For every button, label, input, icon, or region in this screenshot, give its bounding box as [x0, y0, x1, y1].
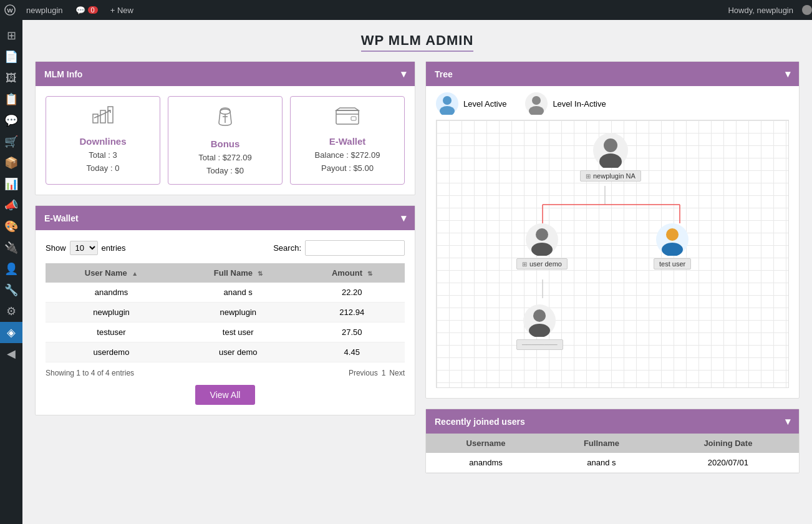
ewallet-icon [335, 105, 360, 130]
grid-icon: ⊞ [586, 173, 591, 180]
svg-rect-3 [100, 110, 105, 123]
bonus-title: Bonus [211, 138, 240, 149]
sidebar-item-marketing[interactable]: 📣 [0, 195, 22, 216]
sidebar-item-comments[interactable]: 💬 [0, 110, 22, 131]
mlm-info-title: MLM Info [44, 69, 82, 79]
tree-panel: Tree ▾ Level Active [425, 61, 800, 399]
ewallet-balance: Balance : $272.09 [315, 150, 380, 160]
sidebar-item-dashboard[interactable]: ⊞ [0, 25, 22, 46]
admin-bar: W newplugin 💬 0 + New Howdy, newplugin [0, 0, 812, 20]
table-controls-bottom: Showing 1 to 4 of 4 entries Previous 1 N… [46, 369, 405, 377]
sidebar-item-posts[interactable]: 📄 [0, 46, 22, 67]
recently-joined-title: Recently joined users [435, 417, 525, 427]
ewallet-chevron[interactable]: ▾ [401, 212, 406, 224]
sidebar-item-tools[interactable]: 🔧 [0, 279, 22, 301]
sidebar-item-appearance[interactable]: 🎨 [0, 216, 22, 237]
sidebar-item-woo[interactable]: 🛒 [0, 131, 22, 152]
user-avatar [802, 5, 812, 15]
tree-canvas: ⊞ newplugin NA ⊞ user demo [436, 120, 789, 388]
cell-username: anandms [46, 283, 177, 303]
search-input[interactable] [305, 240, 405, 256]
bonus-card[interactable]: Bonus Total : $272.09 Today : $0 [168, 96, 283, 185]
admin-sidebar: ⊞ 📄 🖼 📋 💬 🛒 📦 📊 📣 🎨 🔌 👤 🔧 ⚙ ◈ ◀ [0, 20, 22, 524]
recently-joined-chevron[interactable]: ▾ [785, 415, 790, 427]
left-column: MLM Info ▾ [35, 61, 415, 483]
entries-label: entries [102, 243, 126, 253]
mlm-info-body: Downlines Total : 3 Today : 0 [36, 86, 415, 195]
search-area: Search: [273, 240, 405, 256]
svg-rect-2 [93, 114, 98, 123]
next-page[interactable]: Next [389, 369, 405, 377]
cell-username: anandms [426, 453, 546, 473]
legend-inactive-label: Level In-Active [553, 99, 606, 109]
table-row: userdemo user demo 4.45 [46, 342, 405, 362]
tree-chevron[interactable]: ▾ [785, 68, 790, 80]
tree-header: Tree ▾ [426, 62, 799, 86]
cell-date: 2020/07/01 [657, 453, 799, 473]
svg-point-22 [604, 138, 617, 152]
site-name[interactable]: newplugin [20, 0, 69, 20]
showing-info: Showing 1 to 4 of 4 entries [46, 369, 134, 377]
page-number[interactable]: 1 [382, 369, 386, 377]
new-content-link[interactable]: + New [104, 0, 140, 20]
howdy-text[interactable]: Howdy, newplugin [722, 6, 800, 15]
sidebar-item-collapse[interactable]: ◀ [0, 343, 22, 364]
grid-icon-child1: ⊞ [522, 261, 527, 268]
tree-node-child2[interactable]: test user [654, 223, 691, 269]
rj-col-fullname: Fullname [546, 434, 657, 453]
tree-node-root[interactable]: ⊞ newplugin NA [580, 133, 641, 182]
mlm-info-panel: MLM Info ▾ [35, 61, 415, 195]
sort-username-icon: ▲ [132, 270, 138, 277]
col-amount[interactable]: Amount ⇅ [299, 263, 405, 283]
svg-point-14 [532, 96, 541, 105]
sidebar-item-users[interactable]: 👤 [0, 258, 22, 279]
cell-fullname: newplugin [177, 303, 299, 323]
col-fullname[interactable]: Full Name ⇅ [177, 263, 299, 283]
cell-amount: 22.20 [299, 283, 405, 303]
downlines-card[interactable]: Downlines Total : 3 Today : 0 [46, 96, 160, 185]
cell-fullname: test user [177, 323, 299, 342]
sidebar-item-mlm[interactable]: ◈ [0, 322, 22, 343]
recently-joined-panel: Recently joined users ▾ Username Fullnam… [425, 409, 800, 473]
search-label: Search: [273, 243, 301, 253]
svg-point-5 [220, 109, 230, 114]
comments-link[interactable]: 💬 0 [69, 0, 104, 20]
legend-active: Level Active [436, 92, 506, 115]
ewallet-title: E-Wallet [329, 136, 366, 147]
sidebar-item-analytics[interactable]: 📊 [0, 173, 22, 195]
mlm-info-header: MLM Info ▾ [36, 62, 415, 86]
sidebar-item-settings[interactable]: ⚙ [0, 301, 22, 322]
ewallet-payout: Payout : $5.00 [321, 163, 374, 173]
comment-icon: 💬 [75, 6, 85, 15]
ewallet-card[interactable]: E-Wallet Balance : $272.09 Payout : $5.0… [290, 96, 405, 185]
tree-node-child1[interactable]: ⊞ user demo [516, 223, 568, 269]
table-row: anandms anand s 22.20 [46, 283, 405, 303]
ewallet-body: Show 10 25 50 entries Search: [36, 230, 415, 415]
table-row: testuser test user 27.50 [46, 323, 405, 342]
bonus-total: Total : $272.09 [198, 153, 251, 162]
cell-username: newplugin [46, 303, 177, 323]
cell-username: testuser [46, 323, 177, 342]
mlm-info-chevron[interactable]: ▾ [401, 68, 406, 80]
sidebar-item-products[interactable]: 📦 [0, 152, 22, 173]
mlm-cards: Downlines Total : 3 Today : 0 [46, 96, 405, 185]
cell-amount: 212.94 [299, 303, 405, 323]
wp-logo[interactable]: W [0, 0, 20, 20]
legend-active-label: Level Active [463, 99, 506, 109]
show-entries-select[interactable]: 10 25 50 [70, 241, 98, 255]
svg-text:W: W [7, 7, 13, 14]
tree-legend: Level Active Level In-Active [436, 92, 789, 115]
sidebar-item-media[interactable]: 🖼 [0, 67, 22, 89]
table-row: newplugin newplugin 212.94 [46, 303, 405, 323]
table-controls-top: Show 10 25 50 entries Search: [46, 240, 405, 256]
cell-fullname: anand s [546, 453, 657, 473]
col-username[interactable]: User Name ▲ [46, 263, 177, 283]
view-all-button[interactable]: View All [195, 385, 256, 405]
sidebar-item-pages[interactable]: 📋 [0, 89, 22, 110]
table-row: anandms anand s 2020/07/01 [426, 453, 799, 473]
svg-rect-9 [351, 117, 356, 120]
cell-amount: 27.50 [299, 323, 405, 342]
prev-page[interactable]: Previous [349, 369, 378, 377]
tree-node-grandchild[interactable]: ──────── [516, 304, 563, 350]
sidebar-item-plugins[interactable]: 🔌 [0, 237, 22, 258]
